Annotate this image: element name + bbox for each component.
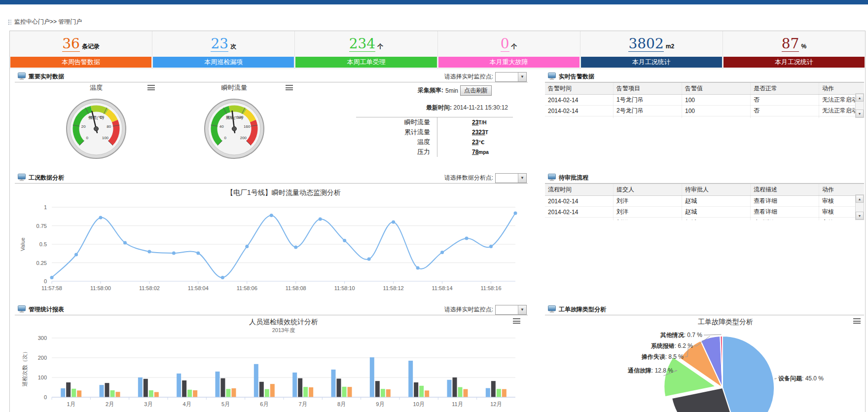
column-header: 告警项目 bbox=[614, 83, 682, 95]
alarms-table: 告警时间告警项目告警值是否正常动作2014-02-141号龙门吊100否无法正常… bbox=[545, 82, 864, 118]
stat-number[interactable]: 36 bbox=[62, 37, 80, 52]
reading-row: 瞬时流量23T/H bbox=[356, 117, 513, 127]
svg-text:11:58:00: 11:58:00 bbox=[90, 285, 111, 291]
gauge-flow-menu-icon[interactable] bbox=[286, 85, 293, 90]
svg-text:8月: 8月 bbox=[337, 401, 346, 407]
reports-point-select[interactable]: ▼ bbox=[495, 305, 527, 315]
panel-reports-title: 管理统计报表 bbox=[29, 305, 64, 314]
gauge-1: 04080120160200流量(T/H) bbox=[203, 97, 266, 160]
svg-text:200: 200 bbox=[38, 355, 47, 361]
monitor-icon bbox=[18, 174, 26, 183]
table-cell: 100 bbox=[682, 116, 751, 118]
svg-text:0.25: 0.25 bbox=[36, 260, 47, 266]
stat-number[interactable]: 23 bbox=[211, 37, 228, 52]
table-cell: 1号龙门吊 bbox=[614, 95, 682, 106]
pie-slice bbox=[723, 336, 774, 412]
table-row: 2014-02-14刘洋赵城查看详细审核 bbox=[545, 196, 864, 207]
table-cell: 赵城 bbox=[682, 207, 751, 218]
svg-text:0.75: 0.75 bbox=[36, 223, 47, 229]
svg-text:11:58:16: 11:58:16 bbox=[481, 285, 502, 291]
table-cell: 2014-02-14 bbox=[545, 95, 614, 106]
stat-number[interactable]: 3802 bbox=[628, 37, 663, 52]
chevron-down-icon: ▼ bbox=[518, 305, 526, 314]
panel-realtime-header: 重要实时数据 请选择实时监控点: ▼ bbox=[15, 72, 528, 82]
refresh-button[interactable]: 点击刷新 bbox=[460, 85, 492, 96]
table-cell: 2014-02-14 bbox=[545, 116, 614, 118]
svg-text:4月: 4月 bbox=[183, 401, 191, 407]
svg-text:100: 100 bbox=[102, 136, 109, 140]
gauge-temperature-menu-icon[interactable] bbox=[147, 85, 155, 90]
scroll-down-icon[interactable]: ▼ bbox=[856, 212, 864, 220]
pie-chart-menu-icon[interactable] bbox=[853, 318, 861, 324]
panel-realtime-title: 重要实时数据 bbox=[29, 73, 64, 81]
table-cell: 赵城 bbox=[682, 218, 751, 221]
panel-faults-header: 工单故障类型分析 bbox=[545, 304, 864, 315]
monitor-icon bbox=[18, 305, 26, 314]
table-cell: 2014-02-14 bbox=[545, 218, 614, 221]
table-row: 2014-02-14刘洋赵城查看详细审核 bbox=[545, 207, 864, 218]
svg-text:0: 0 bbox=[86, 136, 88, 140]
svg-text:12月: 12月 bbox=[490, 401, 502, 407]
panel-faults-title: 工单故障类型分析 bbox=[559, 305, 606, 314]
gauge-0: 020406080100温度(℃) bbox=[65, 97, 128, 160]
monitoring-dashboard: 监控中心门户>> 管理门户 36条记录本周告警数据23次本周巡检漏项234个本周… bbox=[0, 0, 868, 412]
top-navigation-bar bbox=[0, 0, 868, 4]
stat-card-3: 0个本月重大故障 bbox=[438, 31, 580, 69]
analysis-point-select[interactable]: ▼ bbox=[495, 173, 527, 183]
fault-pie-chart: 工单故障类型分析其他情况: 0.7 %系统报错: 6.2 %操作失误: 8.5 … bbox=[545, 315, 864, 412]
scroll-up-icon[interactable]: ▲ bbox=[856, 195, 864, 203]
svg-text:0.5: 0.5 bbox=[39, 241, 47, 247]
alarms-scrollbar[interactable]: ▲ ▼ bbox=[855, 93, 864, 118]
column-header: 流程时间 bbox=[545, 184, 614, 196]
svg-text:11:58:04: 11:58:04 bbox=[188, 285, 209, 291]
table-cell: 2014-02-14 bbox=[545, 207, 614, 218]
column-header: 动作 bbox=[819, 83, 865, 95]
scroll-up-icon[interactable]: ▲ bbox=[856, 94, 864, 102]
svg-text:流量(T/H): 流量(T/H) bbox=[226, 115, 243, 120]
stat-unit: 次 bbox=[230, 42, 236, 51]
panel-analysis-title: 工况数据分析 bbox=[29, 174, 64, 182]
svg-text:11:58:06: 11:58:06 bbox=[237, 285, 257, 291]
svg-text:9月: 9月 bbox=[376, 401, 384, 407]
svg-text:40: 40 bbox=[219, 124, 224, 129]
svg-text:160: 160 bbox=[244, 124, 251, 129]
stat-number[interactable]: 234 bbox=[349, 37, 375, 52]
bar-chart-menu-icon[interactable] bbox=[513, 318, 520, 324]
chevron-down-icon: ▼ bbox=[518, 73, 526, 81]
stat-number[interactable]: 0 bbox=[501, 37, 509, 52]
monitor-point-select[interactable]: ▼ bbox=[495, 72, 527, 82]
latest-time-label: 最新时间: bbox=[426, 104, 452, 111]
column-header: 流程描述 bbox=[751, 184, 819, 196]
svg-text:巡检次数（次）: 巡检次数（次） bbox=[22, 349, 28, 387]
approvals-table: 流程时间提交人待审批人流程描述动作2014-02-14刘洋赵城查看详细审核201… bbox=[545, 184, 864, 220]
svg-text:11:58:10: 11:58:10 bbox=[334, 285, 355, 291]
scroll-down-icon[interactable]: ▼ bbox=[856, 110, 864, 117]
column-header: 是否正常 bbox=[751, 83, 819, 95]
approvals-scrollbar[interactable]: ▲ ▼ bbox=[855, 194, 864, 220]
monitor-point-select-label: 请选择实时监控点: bbox=[444, 73, 493, 81]
reading-row: 温度23℃ bbox=[356, 137, 513, 147]
latest-time: 最新时间: 2014-11-21 15:30:12 bbox=[340, 104, 519, 112]
stat-number[interactable]: 87 bbox=[782, 37, 799, 52]
table-cell: 2014-02-14 bbox=[545, 106, 614, 116]
table-cell: 3号龙门吊 bbox=[614, 116, 682, 118]
svg-text:7月: 7月 bbox=[299, 401, 307, 407]
svg-text:温度(℃): 温度(℃) bbox=[89, 115, 104, 120]
breadcrumb[interactable]: 监控中心门户>> 管理门户 bbox=[8, 18, 82, 26]
realtime-info: 采集频率: 5min 点击刷新 最新时间: 2014-11-21 15:30:1… bbox=[340, 85, 519, 157]
stat-card-4: 3802m2本月工况统计 bbox=[580, 31, 723, 69]
svg-text:0: 0 bbox=[44, 278, 47, 284]
alarms-table-wrap: 告警时间告警项目告警值是否正常动作2014-02-141号龙门吊100否无法正常… bbox=[545, 82, 864, 118]
breadcrumb-icon bbox=[8, 19, 12, 25]
svg-text:通信故障: 12.8 %: 通信故障: 12.8 % bbox=[627, 367, 673, 374]
table-cell: 否 bbox=[751, 116, 819, 118]
analysis-point-select-label: 请选择数据分析点: bbox=[444, 174, 493, 182]
column-header: 告警时间 bbox=[545, 83, 614, 95]
gauge-block-temperature: 温度 020406080100温度(℃) bbox=[30, 83, 163, 160]
table-cell: 查看详细 bbox=[751, 196, 819, 207]
panel-alarms-header: 实时告警数据 bbox=[545, 72, 864, 82]
reading-row: 压力78mpa bbox=[356, 147, 513, 157]
svg-text:其他情况: 0.7 %: 其他情况: 0.7 % bbox=[660, 332, 703, 338]
collect-rate-value: 5min bbox=[445, 87, 458, 94]
main-frame: 36条记录本周告警数据23次本周巡检漏项234个本周工单受理0个本月重大故障38… bbox=[9, 31, 866, 412]
